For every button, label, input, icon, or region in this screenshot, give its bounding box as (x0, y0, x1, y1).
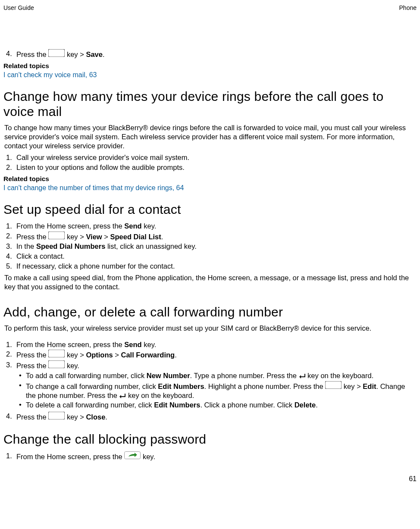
list-item: 1. From the Home screen, press the key. (16, 451, 417, 462)
step-text: key. (142, 222, 157, 230)
body-text: To perform this task, your wireless serv… (4, 324, 416, 333)
section-title: Add, change, or delete a call forwarding… (3, 304, 417, 319)
list-item: To delete a call forwarding number, clic… (24, 400, 417, 410)
bullet-text: . Type a phone number. Press the (190, 372, 299, 379)
sec2-steps: 1. From the Home screen, press the Send … (3, 221, 417, 271)
step-text: Press the (16, 413, 48, 421)
list-marker: 2. (6, 232, 12, 241)
list-item: 5. If necessary, click a phone number fo… (16, 261, 417, 271)
page-footer: 61 (3, 475, 417, 483)
bullet-text: . Highlight a phone number. Press the (204, 382, 326, 390)
step-text: Press the (16, 50, 48, 58)
list-marker: 2. (6, 163, 12, 172)
list-marker: 3. (6, 242, 12, 251)
step-text: key > (65, 351, 86, 359)
list-item: 2. Press the key > View > Speed Dial Lis… (16, 231, 417, 242)
related-link[interactable]: I can't check my voice mail, 63 (3, 71, 97, 78)
step-text: . (175, 351, 177, 359)
menu-key-icon (48, 413, 65, 421)
step-text: From the Home screen, press the (16, 222, 124, 230)
step-text: list, click an unassigned key. (105, 242, 197, 250)
bullet-text: . Click a phone number. Click (200, 401, 294, 409)
step-text: . (161, 233, 163, 241)
list-item: 2. Press the key > Options > Call Forwar… (16, 349, 417, 360)
body-text: To make a call using speed dial, from th… (4, 273, 416, 291)
send-key-label: Send (124, 341, 141, 348)
bullet-text: . (316, 401, 318, 409)
bullet-text: To delete a call forwarding number, clic… (26, 401, 154, 409)
menu-key-icon (48, 50, 65, 58)
list-item: 4. Press the key > Close. (16, 411, 417, 422)
sec4-steps: 1. From the Home screen, press the key. (3, 451, 417, 462)
related-topics-heading: Related topics (3, 175, 417, 183)
bullet-text: key > (342, 382, 363, 390)
step-4: 4. Press the key > Save. (16, 49, 417, 59)
enter-key-icon (119, 393, 126, 399)
send-key-label: Send (124, 222, 141, 230)
edit-label: Edit (363, 382, 376, 390)
list-marker: 4. (6, 252, 12, 261)
list-marker: 2. (6, 350, 12, 359)
edit-numbers-label: Edit Numbers (154, 401, 200, 409)
list-marker: 1. (6, 340, 12, 349)
speed-dial-numbers-label: Speed Dial Numbers (36, 242, 105, 250)
edit-numbers-label: Edit Numbers (158, 382, 204, 390)
list-item: 1. Call your wireless service provider's… (16, 153, 417, 163)
list-marker: 1. (6, 153, 12, 162)
list-item: 1. From the Home screen, press the Send … (16, 340, 417, 350)
menu-key-icon (48, 362, 65, 369)
view-label: View (86, 233, 102, 241)
header-left: User Guide (3, 4, 34, 12)
step-text: In the (16, 242, 36, 250)
step-text: . (103, 50, 105, 58)
body-text: To change how many times your BlackBerry… (4, 123, 416, 150)
step-text: > (113, 351, 121, 359)
new-number-label: New Number (147, 372, 190, 379)
step-text: key. (142, 341, 157, 348)
step-text: key. (65, 362, 79, 369)
step-text: From the Home screen, press the (16, 453, 124, 460)
sec3-bullets: To add a call forwarding number, click N… (16, 371, 417, 410)
menu-key-icon (325, 382, 342, 390)
step-text: key > (65, 233, 86, 241)
list-marker: 1. (6, 451, 12, 460)
step-text: Listen to your options and follow the au… (16, 163, 185, 171)
page-header: User Guide Phone (3, 4, 417, 12)
close-label: Close (86, 413, 105, 421)
menu-key-icon (48, 233, 65, 241)
list-item: 1. From the Home screen, press the Send … (16, 221, 417, 231)
call-forwarding-label: Call Forwarding (121, 351, 175, 359)
delete-label: Delete (295, 401, 316, 409)
enter-key-icon (299, 373, 306, 379)
page-number: 61 (409, 475, 417, 482)
step-text: key > (65, 50, 86, 58)
menu-key-icon (48, 351, 65, 359)
list-marker: 5. (6, 262, 12, 271)
step-text: Call your wireless service provider's vo… (16, 153, 189, 161)
list-marker: 4. (6, 49, 12, 58)
bullet-text: key on the keyboard. (306, 372, 374, 379)
related-link[interactable]: I can't change the number of times that … (3, 184, 184, 191)
list-marker: 4. (6, 412, 12, 421)
speed-dial-list-label: Speed Dial List (110, 233, 161, 241)
list-item: 3. Press the key. To add a call forwardi… (16, 360, 417, 411)
list-item: 2. Listen to your options and follow the… (16, 163, 417, 172)
section-title: Change how many times your device rings … (3, 89, 417, 119)
list-marker: 1. (6, 222, 12, 231)
step-text: Press the (16, 362, 48, 369)
header-right: Phone (399, 4, 417, 12)
step-text: Press the (16, 233, 48, 241)
step-text: . (105, 413, 107, 421)
step-text: From the Home screen, press the (16, 341, 124, 348)
carryover-steps: 4. Press the key > Save. (3, 49, 417, 59)
step-text: Click a contact. (16, 252, 65, 260)
list-item: To change a call forwarding number, clic… (24, 381, 417, 400)
section-title: Change the call blocking password (3, 432, 417, 447)
bullet-text: To change a call forwarding number, clic… (26, 382, 158, 390)
save-label: Save (86, 50, 103, 58)
related-topics-heading: Related topics (3, 62, 417, 70)
options-label: Options (86, 351, 113, 359)
list-item: 4. Click a contact. (16, 251, 417, 261)
list-item: 3. In the Speed Dial Numbers list, click… (16, 241, 417, 251)
sec1-steps: 1. Call your wireless service provider's… (3, 153, 417, 172)
